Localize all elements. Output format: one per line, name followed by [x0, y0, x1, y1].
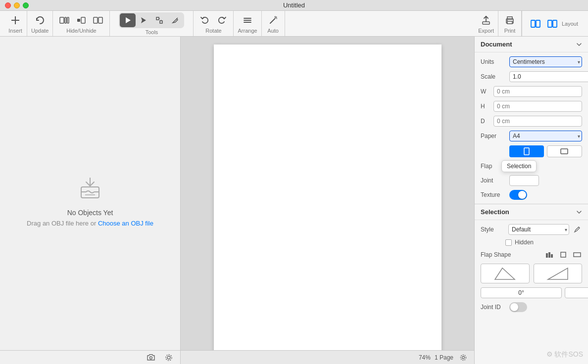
- export-button[interactable]: [479, 14, 493, 27]
- rotate-right-button[interactable]: [214, 14, 229, 27]
- w-input[interactable]: [493, 86, 582, 97]
- tool-transform-button[interactable]: [151, 13, 167, 27]
- update-button[interactable]: [33, 14, 48, 27]
- update-label: Update: [31, 28, 49, 34]
- insert-button[interactable]: [8, 14, 23, 27]
- auto-button[interactable]: [266, 14, 281, 27]
- hide-unhide-group: Hide/Unhide: [53, 11, 110, 36]
- insert-label: Insert: [8, 28, 22, 34]
- angle-mid-input[interactable]: [565, 287, 588, 298]
- export-icon: [481, 15, 491, 26]
- flap-right-shape: [545, 266, 570, 281]
- w-label: W: [481, 88, 490, 95]
- gear-icon-canvas: [459, 354, 467, 362]
- refresh-icon: [35, 15, 46, 26]
- bar-chart-icon-btn[interactable]: [544, 250, 554, 260]
- print-label: Print: [504, 28, 516, 34]
- svg-marker-53: [495, 268, 515, 279]
- scale-input[interactable]: [509, 71, 588, 82]
- rotate-left-button[interactable]: [197, 14, 212, 27]
- d-input[interactable]: [493, 116, 582, 127]
- hidden-label: Hidden: [515, 239, 534, 246]
- svg-rect-46: [561, 149, 568, 154]
- shape-rect-icon-btn[interactable]: [572, 250, 582, 260]
- svg-rect-24: [483, 22, 490, 24]
- units-select[interactable]: Centimeters Inches Millimeters: [509, 56, 582, 67]
- svg-rect-8: [98, 17, 102, 23]
- canvas-page: [214, 45, 441, 364]
- tool-play-button[interactable]: [120, 13, 136, 27]
- joint-input[interactable]: [509, 175, 539, 186]
- joint-id-toggle-knob: [510, 303, 518, 311]
- hide-icon-3: [93, 15, 103, 26]
- close-button[interactable]: [5, 2, 11, 8]
- layout-btn-1[interactable]: [528, 17, 543, 30]
- arrange-button[interactable]: [240, 14, 255, 27]
- inbox-icon: [75, 174, 105, 204]
- right-panel: Document Units Centimeters Inches Millim…: [474, 37, 588, 364]
- style-edit-button[interactable]: [572, 225, 582, 234]
- selection-section-header[interactable]: Selection: [475, 204, 588, 220]
- title-bar: Untitled: [0, 0, 588, 11]
- style-select-wrapper: Default ▾: [508, 224, 569, 235]
- pen-icon: [171, 16, 179, 24]
- angle-left-input[interactable]: [481, 287, 562, 298]
- print-button[interactable]: [502, 14, 517, 27]
- document-section-header[interactable]: Document: [475, 37, 588, 52]
- h-input[interactable]: [493, 101, 582, 112]
- traffic-lights: [5, 2, 29, 8]
- joint-row: Joint: [481, 175, 582, 186]
- svg-rect-6: [81, 17, 85, 23]
- svg-rect-12: [160, 21, 162, 23]
- d-label: D: [481, 118, 490, 125]
- hidden-checkbox[interactable]: [505, 239, 512, 246]
- svg-line-19: [270, 19, 275, 23]
- window-title: Untitled: [283, 1, 305, 9]
- units-row: Units Centimeters Inches Millimeters ▾: [481, 56, 582, 67]
- settings-canvas-button[interactable]: [457, 353, 469, 363]
- svg-rect-33: [553, 20, 557, 27]
- paper-select[interactable]: A4 A3 Letter: [509, 131, 582, 141]
- landscape-btn[interactable]: [547, 145, 583, 157]
- joint-id-toggle[interactable]: [509, 302, 527, 312]
- svg-rect-30: [531, 20, 535, 27]
- play-icon: [124, 16, 132, 24]
- svg-rect-32: [548, 20, 552, 27]
- flap-preview-right[interactable]: [534, 264, 583, 283]
- maximize-button[interactable]: [23, 2, 29, 8]
- hide-btn-1[interactable]: [57, 14, 72, 27]
- minimize-button[interactable]: [14, 2, 20, 8]
- settings-left-button[interactable]: [162, 352, 175, 363]
- svg-point-44: [461, 355, 466, 360]
- svg-marker-10: [141, 17, 146, 23]
- svg-point-43: [462, 356, 465, 359]
- texture-toggle[interactable]: [509, 190, 527, 200]
- selection-section-body: Style Default ▾ Hidden: [475, 220, 588, 316]
- flap-shape-label: Flap Shape: [481, 251, 540, 258]
- portrait-btn[interactable]: [509, 145, 544, 157]
- tool-arrow-button[interactable]: [136, 13, 151, 27]
- svg-line-23: [275, 16, 275, 17]
- landscape-icon: [560, 148, 568, 155]
- canvas-area: 74% 1 Page: [181, 37, 474, 364]
- flap-preview-left[interactable]: [481, 264, 530, 283]
- export-label: Export: [478, 28, 494, 34]
- gear-icon-left: [164, 353, 173, 362]
- hide-btn-3[interactable]: [91, 14, 105, 27]
- update-group: Update: [27, 11, 53, 36]
- left-panel: No Objects Yet Drag an OBJ file here or …: [0, 37, 181, 364]
- svg-rect-2: [60, 17, 64, 23]
- svg-rect-7: [94, 17, 98, 23]
- choose-file-link[interactable]: Choose an OBJ file: [98, 220, 153, 227]
- arrange-label: Arrange: [238, 28, 257, 34]
- shape-square-icon-btn[interactable]: [558, 250, 568, 260]
- tool-pen-button[interactable]: [167, 13, 183, 27]
- left-panel-bottom: [0, 350, 180, 364]
- scale-label: Scale: [481, 73, 505, 80]
- camera-button[interactable]: [145, 352, 157, 363]
- style-select[interactable]: Default: [508, 224, 569, 235]
- hide-btn-2[interactable]: [74, 14, 89, 27]
- layout-btn-2[interactable]: [545, 17, 560, 30]
- svg-line-20: [275, 17, 276, 19]
- svg-point-40: [150, 357, 152, 359]
